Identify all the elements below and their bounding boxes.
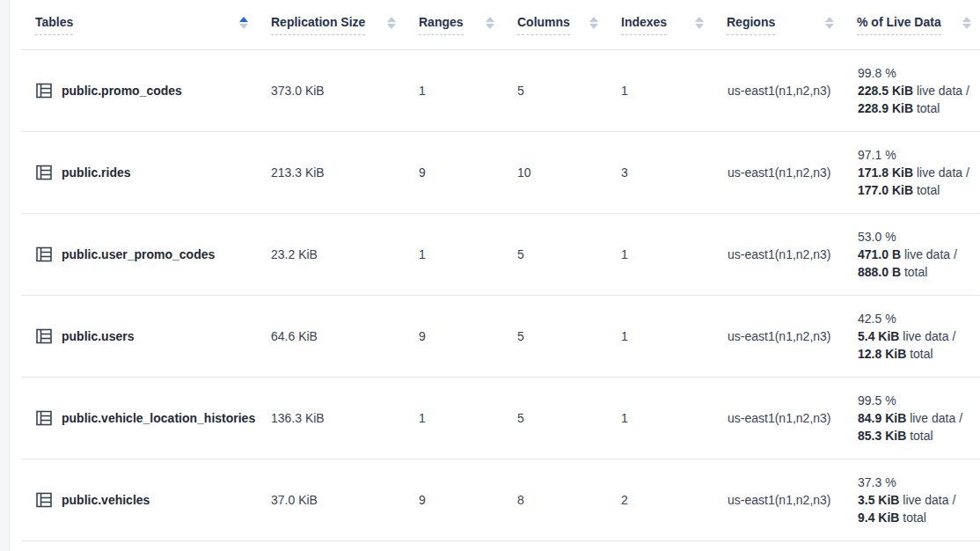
table-name-link[interactable]: public.rides [62, 165, 131, 180]
regions-cell: us-east1(n1,n2,n3) [713, 213, 843, 295]
column-header-label: Columns [517, 14, 570, 35]
columns-cell: 5 [503, 295, 607, 377]
table-name-link[interactable]: public.vehicle_location_histories [62, 411, 255, 425]
table-row[interactable]: public.vehicle_location_histories 136.3 … [21, 377, 980, 459]
table-grid-icon [35, 327, 53, 345]
table-grid-icon [35, 491, 53, 509]
total-data-amount: 12.8 KiB total [858, 345, 971, 363]
column-header-label: Ranges [419, 14, 464, 35]
regions-cell: us-east1(n1,n2,n3) [713, 295, 843, 377]
sort-arrows-icon [387, 17, 396, 29]
regions-cell: us-east1(n1,n2,n3) [713, 49, 843, 131]
column-header-indexes[interactable]: Indexes [607, 0, 713, 49]
live-data-cell: 99.5 % 84.9 KiB live data / 85.3 KiB tot… [843, 377, 980, 459]
live-data-amount: 5.4 KiB live data / [858, 327, 971, 345]
replication-size-cell: 136.3 KiB [257, 377, 405, 459]
column-header-label: % of Live Data [857, 14, 941, 35]
live-data-percent: 99.8 % [858, 64, 971, 82]
column-header-label: Indexes [621, 14, 667, 35]
indexes-cell: 1 [607, 295, 713, 377]
columns-cell: 8 [503, 459, 607, 540]
replication-size-cell: 64.6 KiB [257, 295, 405, 377]
indexes-cell: 2 [607, 459, 713, 540]
column-header-replication-size[interactable]: Replication Size [257, 0, 405, 49]
indexes-cell: 3 [607, 131, 713, 213]
table-header-row: Tables Replication Size Ranges [21, 0, 980, 49]
live-data-percent: 99.5 % [858, 392, 971, 409]
sort-arrows-icon [589, 17, 598, 29]
table-grid-icon [35, 164, 53, 181]
table-body: public.promo_codes 373.0 KiB 1 5 1 us-ea… [21, 49, 980, 540]
table-grid-icon [35, 409, 53, 427]
live-data-amount: 84.9 KiB live data / [858, 409, 971, 427]
sort-arrows-icon [239, 17, 248, 29]
sort-arrows-icon [825, 17, 834, 29]
live-data-cell: 53.0 % 471.0 B live data / 888.0 B total [843, 213, 980, 295]
live-data-amount: 171.8 KiB live data / [858, 164, 971, 181]
table-grid-icon [35, 82, 53, 99]
table-name-cell: public.vehicle_location_histories [21, 377, 257, 459]
ranges-cell: 1 [405, 377, 503, 459]
total-data-amount: 85.3 KiB total [858, 427, 971, 444]
live-data-cell: 97.1 % 171.8 KiB live data / 177.0 KiB t… [843, 131, 980, 213]
table-name-cell: public.promo_codes [21, 49, 257, 131]
table-row[interactable]: public.user_promo_codes 23.2 KiB 1 5 1 u… [21, 213, 980, 295]
table-grid-icon [35, 246, 53, 263]
indexes-cell: 1 [607, 377, 713, 459]
ranges-cell: 1 [405, 213, 503, 295]
table-name-link[interactable]: public.promo_codes [62, 84, 182, 98]
live-data-amount: 3.5 KiB live data / [858, 491, 971, 509]
ranges-cell: 1 [405, 49, 503, 131]
column-header-label: Tables [35, 14, 73, 35]
table-row[interactable]: public.rides 213.3 KiB 9 10 3 us-east1(n… [21, 131, 980, 213]
sort-arrows-icon [486, 17, 494, 29]
live-data-percent: 53.0 % [858, 228, 971, 246]
total-data-amount: 888.0 B total [858, 263, 971, 281]
regions-cell: us-east1(n1,n2,n3) [713, 377, 843, 459]
column-header-columns[interactable]: Columns [503, 0, 607, 49]
replication-size-cell: 373.0 KiB [257, 49, 405, 131]
ranges-cell: 9 [405, 459, 503, 540]
column-header-label: Replication Size [271, 14, 365, 35]
live-data-percent: 37.3 % [858, 474, 971, 491]
indexes-cell: 1 [607, 213, 713, 295]
live-data-percent: 97.1 % [858, 146, 971, 164]
column-header-live-data[interactable]: % of Live Data [843, 0, 980, 49]
replication-size-cell: 23.2 KiB [257, 213, 405, 295]
table-name-cell: public.user_promo_codes [21, 213, 257, 295]
columns-cell: 5 [503, 49, 607, 131]
ranges-cell: 9 [405, 295, 503, 377]
sort-arrows-icon [962, 17, 971, 29]
table-name-link[interactable]: public.vehicles [62, 493, 150, 507]
regions-cell: us-east1(n1,n2,n3) [713, 459, 843, 540]
live-data-cell: 37.3 % 3.5 KiB live data / 9.4 KiB total [843, 459, 980, 540]
column-header-tables[interactable]: Tables [21, 0, 257, 49]
total-data-amount: 228.9 KiB total [858, 99, 971, 117]
columns-cell: 5 [503, 377, 607, 459]
live-data-cell: 99.8 % 228.5 KiB live data / 228.9 KiB t… [843, 49, 980, 131]
column-header-ranges[interactable]: Ranges [405, 0, 503, 49]
tables-panel: Tables Replication Size Ranges [9, 0, 980, 551]
table-name-cell: public.rides [21, 131, 257, 213]
sort-arrows-icon [695, 17, 704, 29]
total-data-amount: 9.4 KiB total [858, 509, 971, 526]
columns-cell: 10 [503, 131, 607, 213]
replication-size-cell: 213.3 KiB [257, 131, 405, 213]
table-row[interactable]: public.promo_codes 373.0 KiB 1 5 1 us-ea… [21, 49, 980, 131]
table-name-link[interactable]: public.user_promo_codes [62, 247, 215, 261]
table-name-cell: public.vehicles [21, 459, 257, 540]
table-name-link[interactable]: public.users [62, 329, 134, 343]
regions-cell: us-east1(n1,n2,n3) [713, 131, 843, 213]
table-name-cell: public.users [21, 295, 257, 377]
live-data-amount: 471.0 B live data / [858, 246, 971, 263]
ranges-cell: 9 [405, 131, 503, 213]
replication-size-cell: 37.0 KiB [257, 459, 405, 540]
table-row[interactable]: public.users 64.6 KiB 9 5 1 us-east1(n1,… [21, 295, 980, 377]
total-data-amount: 177.0 KiB total [858, 181, 971, 199]
table-row[interactable]: public.vehicles 37.0 KiB 9 8 2 us-east1(… [21, 459, 980, 540]
columns-cell: 5 [503, 213, 607, 295]
live-data-amount: 228.5 KiB live data / [858, 82, 971, 99]
live-data-percent: 42.5 % [858, 310, 971, 327]
indexes-cell: 1 [607, 49, 713, 131]
column-header-regions[interactable]: Regions [713, 0, 843, 49]
